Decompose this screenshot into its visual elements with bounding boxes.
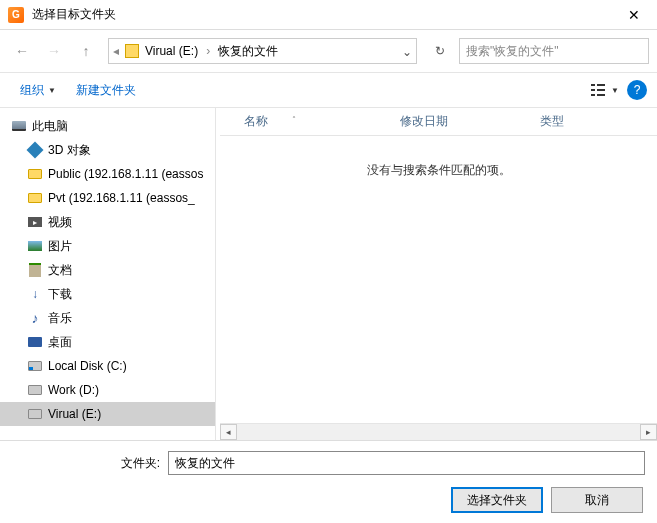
svg-rect-3	[597, 84, 605, 86]
breadcrumb-dropdown[interactable]: ⌄	[398, 43, 416, 59]
tree-item-label: Virual (E:)	[48, 407, 101, 421]
sort-indicator-icon: ˄	[292, 113, 296, 130]
back-button[interactable]: ←	[8, 37, 36, 65]
disk-icon	[26, 406, 44, 422]
breadcrumb-drive[interactable]: Virual (E:)	[139, 44, 204, 58]
bottom-panel: 文件夹: 选择文件夹 取消	[0, 441, 657, 523]
scroll-right-icon[interactable]: ▸	[640, 424, 657, 440]
video-icon: ▸	[26, 214, 44, 230]
tree-item-label: 图片	[48, 238, 72, 255]
folder-icon	[26, 190, 44, 206]
select-folder-button[interactable]: 选择文件夹	[451, 487, 543, 513]
column-date[interactable]: 修改日期	[390, 113, 530, 130]
svg-rect-0	[591, 84, 595, 86]
close-button[interactable]: ✕	[619, 0, 649, 30]
disk-icon	[26, 382, 44, 398]
tree-item[interactable]: ↓下载	[0, 282, 215, 306]
tree-item-label: 3D 对象	[48, 142, 91, 159]
app-icon: G	[8, 7, 24, 23]
doc-icon	[26, 262, 44, 278]
tree-item-label: Public (192.168.1.11 (eassos	[48, 167, 203, 181]
sidebar-tree: 此电脑 3D 对象Public (192.168.1.11 (eassosPvt…	[0, 108, 215, 440]
up-button[interactable]: ↑	[72, 37, 100, 65]
forward-button[interactable]: →	[40, 37, 68, 65]
nav-bar: ← → ↑ ◂ Virual (E:) › 恢复的文件 ⌄ ↻ 搜索"恢复的文件…	[0, 30, 657, 72]
svg-rect-5	[597, 94, 605, 96]
tree-item[interactable]: Pvt (192.168.1.11 (eassos_	[0, 186, 215, 210]
tree-item[interactable]: Public (192.168.1.11 (eassos	[0, 162, 215, 186]
toolbar: 组织 ▼ 新建文件夹 ▼ ?	[0, 72, 657, 108]
tree-item-label: Pvt (192.168.1.11 (eassos_	[48, 191, 195, 205]
svg-rect-4	[597, 89, 605, 91]
tree-item-label: 音乐	[48, 310, 72, 327]
organize-button[interactable]: 组织 ▼	[10, 78, 66, 103]
content-area: 此电脑 3D 对象Public (192.168.1.11 (eassosPvt…	[0, 108, 657, 440]
scroll-left-icon[interactable]: ◂	[220, 424, 237, 440]
tree-this-pc[interactable]: 此电脑	[0, 114, 215, 138]
column-headers: 名称 ˄ 修改日期 类型	[220, 108, 657, 136]
tree-item[interactable]: ♪音乐	[0, 306, 215, 330]
horizontal-scrollbar[interactable]: ◂ ▸	[220, 423, 657, 440]
tree-item[interactable]: 3D 对象	[0, 138, 215, 162]
chevron-down-icon: ▼	[611, 86, 619, 95]
view-options-button[interactable]: ▼	[589, 78, 621, 102]
file-list-pane: 名称 ˄ 修改日期 类型 没有与搜索条件匹配的项。 ◂ ▸	[220, 108, 657, 440]
dialog-title: 选择目标文件夹	[32, 6, 619, 23]
breadcrumb[interactable]: ◂ Virual (E:) › 恢复的文件 ⌄	[108, 38, 417, 64]
help-button[interactable]: ?	[627, 80, 647, 100]
tree-item-label: 视频	[48, 214, 72, 231]
tree-item-label: Local Disk (C:)	[48, 359, 127, 373]
chevron-right-icon: ›	[204, 44, 212, 58]
folder-name-input[interactable]	[168, 451, 645, 475]
desktop-icon	[26, 334, 44, 350]
tree-item[interactable]: 图片	[0, 234, 215, 258]
tree-item[interactable]: ▸视频	[0, 210, 215, 234]
pic-icon	[26, 238, 44, 254]
folder-label: 文件夹:	[0, 455, 168, 472]
music-icon: ♪	[26, 310, 44, 326]
svg-rect-1	[591, 89, 595, 91]
3d-icon	[26, 142, 44, 158]
folder-icon	[26, 166, 44, 182]
cancel-button[interactable]: 取消	[551, 487, 643, 513]
breadcrumb-folder[interactable]: 恢复的文件	[212, 43, 284, 60]
chevron-down-icon: ▼	[48, 86, 56, 95]
drive-icon	[125, 44, 139, 58]
tree-item[interactable]: Local Disk (C:)	[0, 354, 215, 378]
tree-item-label: Work (D:)	[48, 383, 99, 397]
title-bar: G 选择目标文件夹 ✕	[0, 0, 657, 30]
tree-item[interactable]: 桌面	[0, 330, 215, 354]
column-type[interactable]: 类型	[530, 113, 600, 130]
dl-icon: ↓	[26, 286, 44, 302]
tree-item[interactable]: 文档	[0, 258, 215, 282]
disk-c-icon	[26, 358, 44, 374]
search-placeholder: 搜索"恢复的文件"	[466, 43, 559, 60]
search-input[interactable]: 搜索"恢复的文件"	[459, 38, 649, 64]
new-folder-button[interactable]: 新建文件夹	[66, 78, 146, 103]
refresh-button[interactable]: ↻	[425, 38, 455, 64]
tree-item-label: 桌面	[48, 334, 72, 351]
tree-item-label: 文档	[48, 262, 72, 279]
tree-item-label: 下载	[48, 286, 72, 303]
tree-item[interactable]: Virual (E:)	[0, 402, 215, 426]
empty-message: 没有与搜索条件匹配的项。	[220, 136, 657, 179]
breadcrumb-back-icon[interactable]: ◂	[109, 44, 123, 58]
pc-icon	[10, 118, 28, 134]
column-name[interactable]: 名称 ˄	[220, 113, 390, 130]
svg-rect-2	[591, 94, 595, 96]
tree-item[interactable]: Work (D:)	[0, 378, 215, 402]
